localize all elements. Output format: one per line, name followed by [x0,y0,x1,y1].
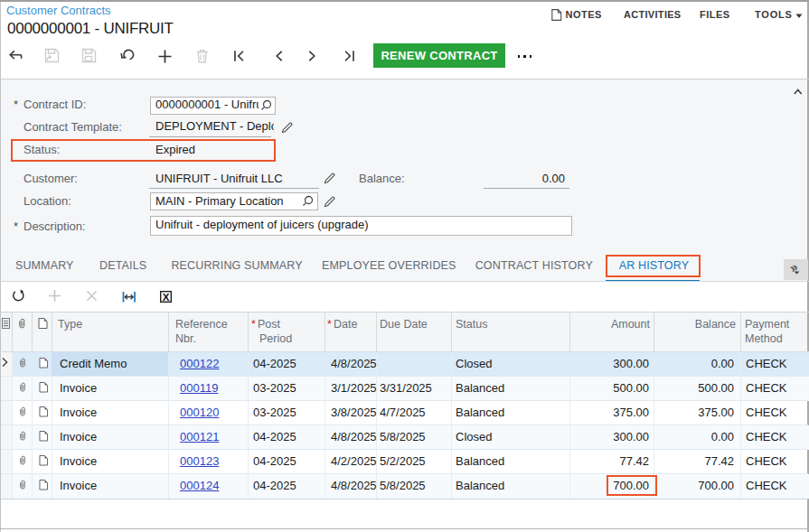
svg-text:X: X [162,291,169,302]
